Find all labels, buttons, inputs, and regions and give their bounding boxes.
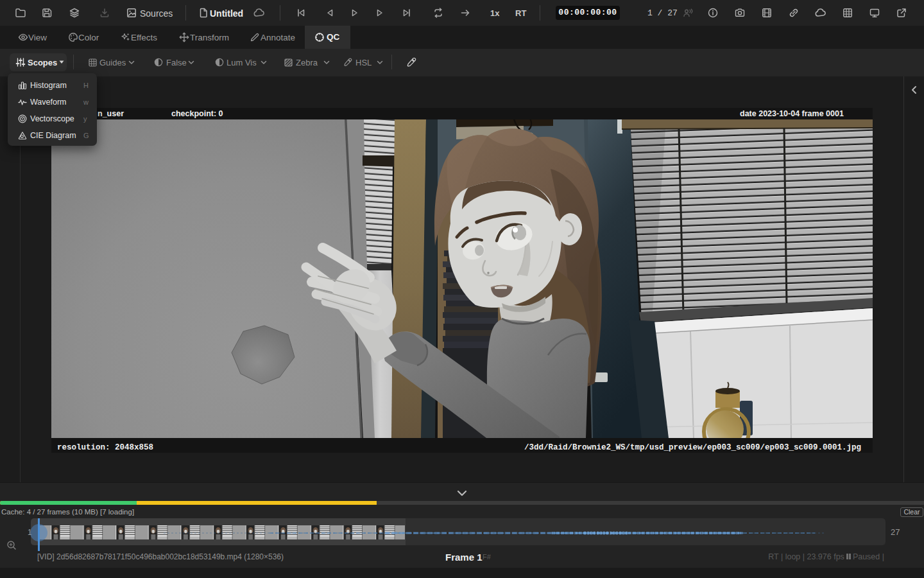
svg-text:checkpoint: 0: checkpoint: 0 [171, 109, 223, 118]
svg-text:n_user: n_user [98, 109, 124, 118]
svg-text:/3dd/Raid/Brownie2_WS/tmp/usd_: /3dd/Raid/Brownie2_WS/tmp/usd_preview/ep… [524, 443, 861, 452]
svg-text:resolution: 2048x858: resolution: 2048x858 [57, 443, 153, 452]
svg-text:date 2023-10-04 frame 0001: date 2023-10-04 frame 0001 [740, 109, 844, 118]
